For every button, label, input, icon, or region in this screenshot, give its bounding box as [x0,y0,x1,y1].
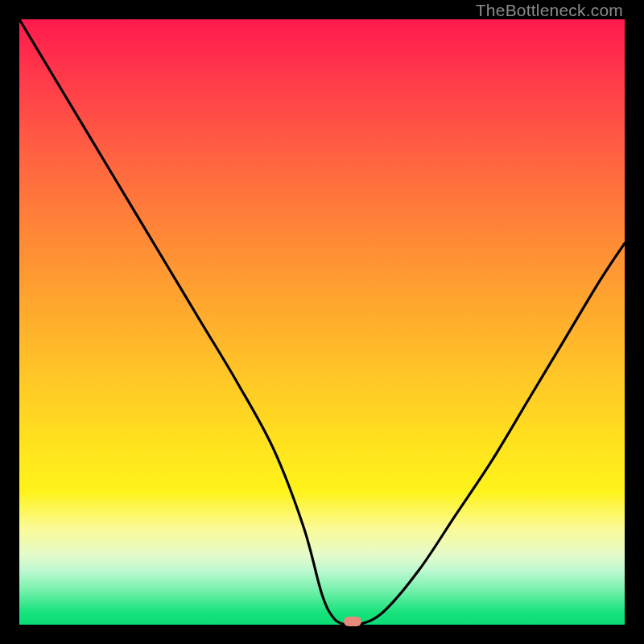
chart-frame: TheBottleneck.com [0,0,644,644]
curve-path [19,19,625,625]
plot-area [19,19,625,625]
watermark-text: TheBottleneck.com [476,1,623,20]
bottleneck-curve [19,19,625,625]
optimum-marker [344,617,361,626]
